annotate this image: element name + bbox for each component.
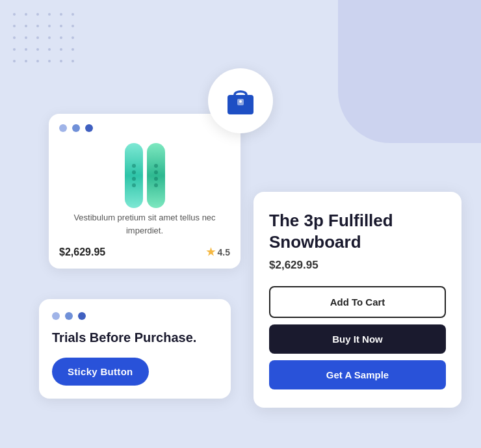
sticky-button[interactable]: Sticky Button bbox=[52, 358, 149, 386]
background-shape bbox=[338, 0, 481, 143]
snowboard-1 bbox=[125, 143, 143, 208]
trial-dot-2 bbox=[65, 312, 73, 320]
buy-now-button[interactable]: Buy It Now bbox=[269, 324, 446, 354]
snowboard-2 bbox=[147, 143, 165, 208]
main-product-title: The 3p Fulfilled Snowboard bbox=[269, 210, 446, 252]
dot-3 bbox=[85, 124, 93, 132]
star-icon: ★ bbox=[206, 246, 215, 258]
rating-value: 4.5 bbox=[218, 247, 230, 257]
main-product-panel: The 3p Fulfilled Snowboard $2,629.95 Add… bbox=[254, 192, 462, 408]
trial-card-dots bbox=[52, 312, 218, 320]
dot-2 bbox=[72, 124, 80, 132]
product-card: Vestibulum pretium sit amet tellus nec i… bbox=[49, 114, 240, 269]
shopping-bag-icon bbox=[226, 85, 255, 117]
trial-dot-3 bbox=[78, 312, 86, 320]
bag-circle-icon bbox=[208, 68, 273, 133]
product-image bbox=[59, 140, 230, 211]
svg-point-2 bbox=[239, 100, 242, 103]
trial-dot-1 bbox=[52, 312, 60, 320]
trial-card: Trials Before Purchase. Sticky Button bbox=[39, 299, 231, 399]
product-price: $2,629.95 bbox=[59, 246, 105, 258]
add-to-cart-button[interactable]: Add To Cart bbox=[269, 286, 446, 318]
decorative-dots bbox=[13, 13, 78, 66]
main-product-price: $2,629.95 bbox=[269, 259, 446, 272]
trial-title: Trials Before Purchase. bbox=[52, 329, 218, 346]
dot-1 bbox=[59, 124, 67, 132]
product-description: Vestibulum pretium sit amet tellus nec i… bbox=[59, 211, 230, 237]
get-sample-button[interactable]: Get A Sample bbox=[269, 360, 446, 389]
card-dots bbox=[59, 124, 230, 132]
product-footer: $2,629.95 ★ 4.5 bbox=[59, 246, 230, 258]
product-rating: ★ 4.5 bbox=[206, 246, 230, 258]
